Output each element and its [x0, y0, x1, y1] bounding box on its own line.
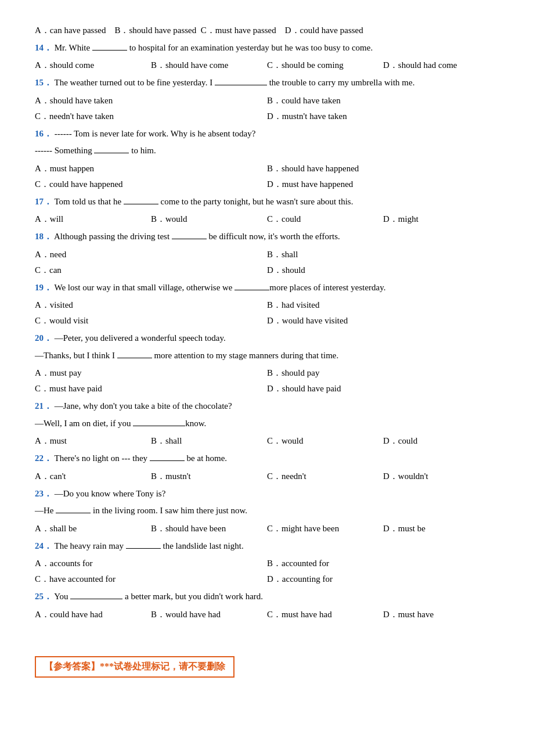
q14-optB: B．should have come: [151, 57, 267, 73]
q20-optB: B．should pay: [267, 365, 499, 381]
question-22: 22． There's no light on --- they be at h…: [35, 451, 499, 466]
question-23-line1: 23． —Do you know where Tony is?: [35, 487, 499, 502]
q16-optB: B．should have happened: [267, 161, 499, 177]
q15-optD: D．mustn't have taken: [267, 109, 499, 124]
q24-options: A．accounts for B．accounted for C．have ac…: [35, 556, 499, 587]
q19-optC: C．would visit: [35, 313, 267, 329]
q25-optA: A．could have had: [35, 607, 151, 622]
question-19: 19． We lost our way in that small villag…: [35, 280, 499, 296]
q17-optA: A．will: [35, 211, 151, 227]
q18-optB: B．shall: [267, 247, 499, 262]
q23-optA: A．shall be: [35, 521, 151, 537]
q19-optB: B．had visited: [267, 297, 499, 313]
q22-options: A．can't B．mustn't C．needn't D．wouldn't: [35, 469, 499, 484]
q23-optB: B．should have been: [151, 521, 267, 537]
q23-options: A．shall be B．should have been C．might ha…: [35, 521, 499, 537]
q24-optC: C．have accounted for: [35, 571, 267, 587]
question-16-line2: ------ Something to him.: [35, 143, 499, 159]
q17-optB: B．would: [151, 211, 267, 227]
q16-optA: A．must happen: [35, 161, 267, 177]
question-18: 18． Although passing the driving test be…: [35, 229, 499, 244]
question-14: 14． Mr. White to hospital for an examina…: [35, 41, 499, 56]
q16-optC: C．could have happened: [35, 177, 267, 192]
q21-optD: D．could: [383, 433, 499, 449]
question-17: 17． Tom told us that he come to the part…: [35, 195, 499, 210]
answer-section: 【参考答案】***试卷处理标记，请不要删除: [35, 639, 499, 678]
q25-optB: B．would have had: [151, 607, 267, 622]
q21-optA: A．must: [35, 433, 151, 449]
q23-optD: D．must be: [383, 521, 499, 537]
question-20-line1: 20． —Peter, you delivered a wonderful sp…: [35, 331, 499, 346]
q17-optC: C．could: [267, 211, 383, 227]
q18-options: A．need B．shall C．can D．should: [35, 247, 499, 278]
q17-optD: D．might: [383, 211, 499, 227]
question-25: 25． You a better mark, but you didn't wo…: [35, 589, 499, 604]
q19-optA: A．visited: [35, 297, 267, 313]
answer-label: 【参考答案】***试卷处理标记，请不要删除: [35, 656, 234, 678]
q18-optD: D．should: [267, 262, 499, 278]
q20-optC: C．must have paid: [35, 381, 267, 397]
q15-optC: C．needn't have taken: [35, 109, 267, 124]
q18-optC: C．can: [35, 262, 267, 278]
q21-optC: C．would: [267, 433, 383, 449]
question-15: 15． The weather turned out to be fine ye…: [35, 75, 499, 91]
q14-optA: A．should come: [35, 57, 151, 73]
q19-options: A．visited B．had visited C．would visit D．…: [35, 297, 499, 329]
question-16-line1: 16． ------ Tom is never late for work. W…: [35, 127, 499, 142]
exam-content: A．can have passed B．should have passed C…: [35, 23, 499, 678]
question-21-line1: 21． —Jane, why don't you take a bite of …: [35, 399, 499, 414]
q16-optD: D．must have happened: [267, 177, 499, 192]
q23-optC: C．might have been: [267, 521, 383, 537]
q20-optA: A．must pay: [35, 365, 267, 381]
q24-optD: D．accounting for: [267, 571, 499, 587]
q14-optC: C．should be coming: [267, 57, 383, 73]
q24-optA: A．accounts for: [35, 556, 267, 571]
q19-optD: D．would have visited: [267, 313, 499, 329]
q25-optC: C．must have had: [267, 607, 383, 622]
top-options: A．can have passed B．should have passed C…: [35, 23, 499, 38]
question-20-line2: —Thanks, but I think I more attention to…: [35, 348, 499, 363]
q20-options: A．must pay B．should pay C．must have paid…: [35, 365, 499, 397]
q24-optB: B．accounted for: [267, 556, 499, 571]
q25-optD: D．must have: [383, 607, 499, 622]
q17-options: A．will B．would C．could D．might: [35, 211, 499, 227]
q22-optB: B．mustn't: [151, 469, 267, 484]
q22-optC: C．needn't: [267, 469, 383, 484]
question-24: 24． The heavy rain may the landslide las…: [35, 539, 499, 554]
q20-optD: D．should have paid: [267, 381, 499, 397]
q14-options: A．should come B．should have come C．shoul…: [35, 57, 499, 73]
q15-optB: B．could have taken: [267, 93, 499, 109]
q21-options: A．must B．shall C．would D．could: [35, 433, 499, 449]
q16-options: A．must happen B．should have happened C．c…: [35, 161, 499, 192]
q22-optA: A．can't: [35, 469, 151, 484]
q22-optD: D．wouldn't: [383, 469, 499, 484]
question-23-line2: —He in the living room. I saw him there …: [35, 503, 499, 519]
q15-options: A．should have taken B．could have taken C…: [35, 93, 499, 124]
q18-optA: A．need: [35, 247, 267, 262]
q14-optD: D．should had come: [383, 57, 499, 73]
q15-optA: A．should have taken: [35, 93, 267, 109]
question-21-line2: —Well, I am on diet, if you know.: [35, 416, 499, 431]
q21-optB: B．shall: [151, 433, 267, 449]
q25-options: A．could have had B．would have had C．must…: [35, 607, 499, 622]
